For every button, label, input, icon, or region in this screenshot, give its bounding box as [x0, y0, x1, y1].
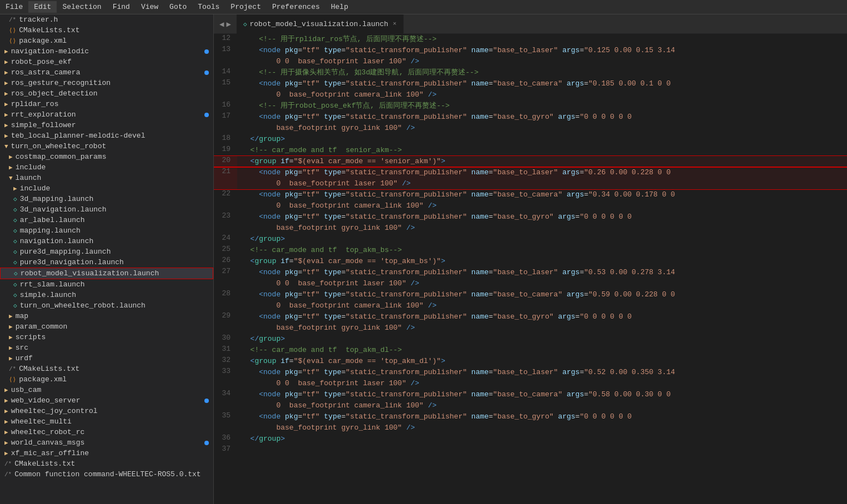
sidebar-icon-3: ▶ [4, 48, 8, 55]
sidebar-icon-36: ▶ [4, 397, 8, 404]
code-editor[interactable]: 12 <!-- 用于rplidar_ros节点, 后面同理不再赘述-->13 <… [214, 34, 847, 504]
sidebar-item-30[interactable]: ▶scripts [0, 332, 213, 342]
menu-item-preferences[interactable]: Preferences [267, 1, 325, 13]
sidebar-dot-3 [204, 49, 209, 54]
code-line-21: 21 <node pkg="tf" type="static_transform… [214, 167, 847, 189]
sidebar-item-3[interactable]: ▶navigation-melodic [0, 46, 213, 57]
sidebar-item-31[interactable]: ▶src [0, 342, 213, 353]
line-content-26: <group if="$(eval car_mode == 'top_akm_b… [237, 256, 847, 267]
sidebar-item-11[interactable]: ▶teb_local_planner-melodic-devel [0, 130, 213, 141]
sidebar-item-17[interactable]: ◇3d_mapping.launch [0, 194, 213, 204]
sidebar-dot-40 [204, 441, 209, 445]
sidebar-item-10[interactable]: ▶simple_follower [0, 120, 213, 130]
sidebar-label-16: include [20, 184, 51, 193]
sidebar-icon-13: ▶ [9, 153, 13, 160]
sidebar-label-8: rplidar_ros [11, 100, 59, 108]
sidebar-item-37[interactable]: ▶wheeltec_joy_control [0, 406, 213, 416]
sidebar-icon-41: ▶ [4, 450, 8, 457]
sidebar-item-20[interactable]: ◇mapping.launch [0, 225, 213, 236]
sidebar-item-1[interactable]: ⟨⟩CMakeLists.txt [0, 25, 213, 36]
sidebar-item-22[interactable]: ◇pure3d_mapping.launch [0, 246, 213, 257]
menu-item-selection[interactable]: Selection [57, 1, 107, 13]
line-number-22: 22 [214, 189, 237, 211]
code-line-27: 27 <node pkg="tf" type="static_transform… [214, 267, 847, 289]
sidebar-item-32[interactable]: ▶urdf [0, 353, 213, 364]
line-content-32: <group if="$(eval car_mode == 'top_akm_d… [237, 356, 847, 367]
sidebar-item-39[interactable]: ▶wheeltec_robot_rc [0, 427, 213, 437]
sidebar-item-4[interactable]: ▶robot_pose_ekf [0, 57, 213, 67]
line-content-22: <node pkg="tf" type="static_transform_pu… [237, 189, 847, 211]
menu-item-help[interactable]: Help [325, 1, 354, 13]
tab-file-icon: ◇ [243, 21, 247, 28]
sidebar-item-40[interactable]: ▶world_canvas_msgs [0, 437, 213, 448]
sidebar-item-12[interactable]: ▼turn_on_wheeltec_robot [0, 141, 213, 152]
sidebar-item-2[interactable]: ⟨⟩package.xml [0, 36, 213, 46]
sidebar-label-19: ar_label.launch [20, 216, 85, 224]
sidebar-icon-21: ◇ [13, 238, 17, 245]
sidebar-item-34[interactable]: ⟨⟩package.xml [0, 374, 213, 385]
line-number-23: 23 [214, 211, 237, 234]
tab-close-button[interactable]: × [393, 21, 397, 27]
code-line-19: 19 <!-- car_mode and tf senior_akm--> [214, 145, 847, 156]
sidebar-label-15: launch [16, 174, 42, 182]
sidebar-icon-22: ◇ [13, 248, 17, 255]
sidebar-item-14[interactable]: ▶include [0, 162, 213, 173]
sidebar-item-16[interactable]: ▶include [0, 183, 213, 194]
sidebar-item-27[interactable]: ◇turn_on_wheeltec_robot.launch [0, 300, 213, 311]
line-number-25: 25 [214, 245, 237, 256]
sidebar-item-38[interactable]: ▶wheeltec_multi [0, 416, 213, 427]
tab-prev-arrow[interactable]: ◀ [218, 19, 225, 29]
sidebar-item-13[interactable]: ▶costmap_common_params [0, 152, 213, 162]
sidebar-label-11: teb_local_planner-melodic-devel [11, 132, 146, 140]
sidebar-item-23[interactable]: ◇pure3d_navigation.launch [0, 257, 213, 268]
sidebar-item-15[interactable]: ▼launch [0, 173, 213, 183]
sidebar-item-42[interactable]: /*CMakeLists.txt [0, 458, 213, 469]
sidebar-label-6: ros_gesture_recognition [11, 79, 111, 87]
sidebar-item-28[interactable]: ▶map [0, 311, 213, 321]
sidebar-item-24[interactable]: ◇robot_model_visualization.launch [0, 268, 213, 279]
sidebar-item-29[interactable]: ▶param_common [0, 321, 213, 332]
sidebar-label-14: include [16, 163, 46, 172]
active-tab[interactable]: ◇robot_model_visualization.launch× [237, 14, 404, 34]
code-line-28: 28 <node pkg="tf" type="static_transform… [214, 289, 847, 311]
menu-item-project[interactable]: Project [225, 1, 267, 13]
sidebar-item-36[interactable]: ▶web_video_server [0, 395, 213, 406]
menu-item-find[interactable]: Find [107, 1, 136, 13]
sidebar-item-18[interactable]: ◇3d_navigation.launch [0, 204, 213, 215]
sidebar-item-6[interactable]: ▶ros_gesture_recognition [0, 78, 213, 88]
line-content-24: </group> [237, 234, 847, 245]
menu-item-tools[interactable]: Tools [192, 1, 225, 13]
sidebar-item-9[interactable]: ▶rrt_exploration [0, 109, 213, 120]
code-line-36: 36 </group> [214, 434, 847, 445]
sidebar-item-26[interactable]: ◇simple.launch [0, 290, 213, 300]
line-number-16: 16 [214, 100, 237, 112]
tab-next-arrow[interactable]: ▶ [225, 19, 232, 29]
menu-item-goto[interactable]: Goto [164, 1, 192, 13]
line-number-17: 17 [214, 112, 237, 134]
line-number-12: 12 [214, 34, 237, 45]
sidebar-item-5[interactable]: ▶ros_astra_camera [0, 67, 213, 78]
sidebar-label-0: tracker.h [19, 16, 58, 24]
sidebar-dot-5 [204, 70, 209, 75]
sidebar-item-25[interactable]: ◇rrt_slam.launch [0, 279, 213, 290]
sidebar-label-43: Common function command-WHEELTEC-ROS5.0.… [14, 470, 201, 478]
sidebar-item-0[interactable]: /*tracker.h [0, 14, 213, 25]
sidebar-item-8[interactable]: ▶rplidar_ros [0, 99, 213, 109]
tab-arrows[interactable]: ◀▶ [214, 19, 237, 29]
sidebar-item-43[interactable]: /*Common function command-WHEELTEC-ROS5.… [0, 469, 213, 480]
sidebar-item-33[interactable]: /*CMakeLists.txt [0, 364, 213, 374]
sidebar-item-41[interactable]: ▶xf_mic_asr_offline [0, 448, 213, 458]
sidebar[interactable]: /*tracker.h⟨⟩CMakeLists.txt⟨⟩package.xml… [0, 14, 214, 504]
menu-item-edit[interactable]: Edit [28, 1, 57, 13]
line-content-28: <node pkg="tf" type="static_transform_pu… [237, 289, 847, 311]
sidebar-icon-4: ▶ [4, 58, 8, 65]
sidebar-item-19[interactable]: ◇ar_label.launch [0, 215, 213, 225]
sidebar-item-21[interactable]: ◇navigation.launch [0, 236, 213, 246]
sidebar-item-35[interactable]: ▶usb_cam [0, 385, 213, 395]
menu-item-file[interactable]: File [0, 1, 28, 13]
sidebar-icon-29: ▶ [9, 323, 13, 330]
code-line-17: 17 <node pkg="tf" type="static_transform… [214, 112, 847, 134]
sidebar-icon-34: ⟨⟩ [9, 376, 16, 383]
sidebar-item-7[interactable]: ▶ros_object_detection [0, 88, 213, 99]
menu-item-view[interactable]: View [136, 1, 164, 13]
